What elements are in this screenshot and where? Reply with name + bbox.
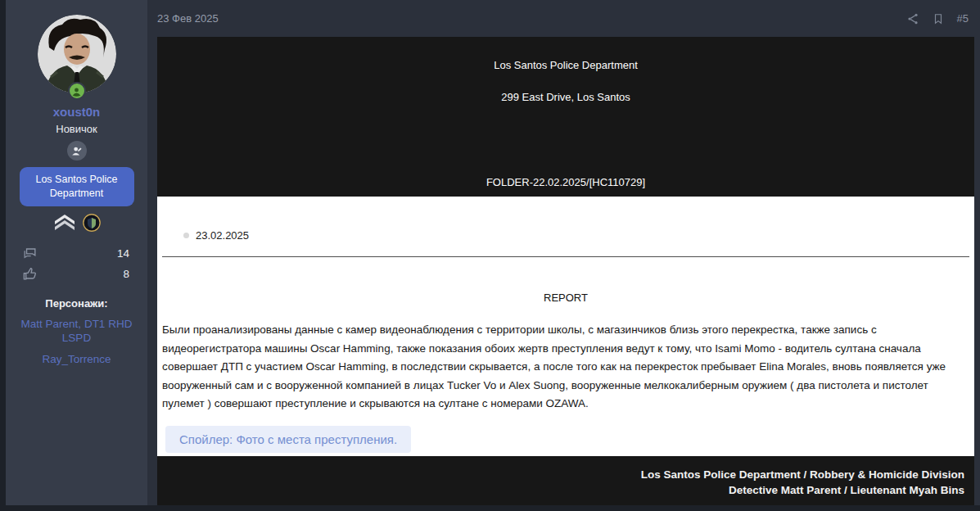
report-letterhead: Los Santos Police Department 299 East Dr… <box>157 37 974 197</box>
chevron-rank-icon <box>52 213 77 233</box>
divider <box>162 256 969 257</box>
report-heading: REPORT <box>162 292 969 304</box>
user-rank-label: Новичок <box>56 123 97 135</box>
spoiler-toggle-button[interactable]: Спойлер: Фото с места преступления. <box>165 426 411 453</box>
letterhead-title: Los Santos Police Department <box>494 59 638 71</box>
signature-officers: Detective Matt Parent / Lieutenant Myah … <box>157 482 964 498</box>
topbar-actions: #5 <box>906 12 969 25</box>
post-content: 23 Фев 2025 #5 <box>147 0 980 505</box>
stat-messages: 14 <box>22 243 129 264</box>
character-link-1[interactable]: Matt Parent, DT1 RHD LSPD <box>6 317 147 345</box>
bookmark-icon[interactable] <box>933 12 944 25</box>
letterhead-address: 299 East Drive, Los Santos <box>501 91 630 103</box>
report-date: 23.02.2025 <box>196 229 249 242</box>
post-date-link[interactable]: 23 Фев 2025 <box>157 12 219 25</box>
report-document: Los Santos Police Department 299 East Dr… <box>157 37 974 505</box>
rank-badges <box>52 212 102 233</box>
report-text: Были проанализированы данные с камер вид… <box>162 321 969 414</box>
user-stats: 14 8 <box>6 243 147 284</box>
letterhead-folder-number: FOLDER-22.02.2025/[HC110729] <box>486 176 645 188</box>
user-title-icon <box>67 141 87 161</box>
online-status-icon <box>68 82 86 100</box>
thumbs-up-icon <box>22 266 38 282</box>
messages-icon <box>22 246 38 261</box>
post-number-link[interactable]: #5 <box>957 12 969 25</box>
post-topbar: 23 Фев 2025 #5 <box>147 0 980 37</box>
signature-division: Los Santos Police Department / Robbery &… <box>157 467 964 482</box>
faction-banner-button[interactable]: Los Santos Police Department <box>20 167 134 206</box>
stat-likes: 8 <box>22 264 129 284</box>
likes-count: 8 <box>123 268 129 280</box>
user-sidebar: xoust0n Новичок Los Santos Police Depart… <box>6 0 147 505</box>
character-link-2[interactable]: Ray_Torrence <box>30 352 122 366</box>
post-container: xoust0n Новичок Los Santos Police Depart… <box>6 0 980 505</box>
department-crest-icon <box>82 213 102 233</box>
report-date-row: 23.02.2025 <box>162 197 969 242</box>
share-icon[interactable] <box>906 12 919 25</box>
avatar-wrap <box>38 15 116 93</box>
report-signature: Los Santos Police Department / Robbery &… <box>157 456 974 505</box>
characters-label: Персонажи: <box>45 297 107 310</box>
messages-count: 14 <box>117 247 129 260</box>
report-body: 23.02.2025 REPORT Были проанализированы … <box>157 197 974 456</box>
bullet-icon <box>183 233 189 238</box>
username-link[interactable]: xoust0n <box>53 105 101 119</box>
